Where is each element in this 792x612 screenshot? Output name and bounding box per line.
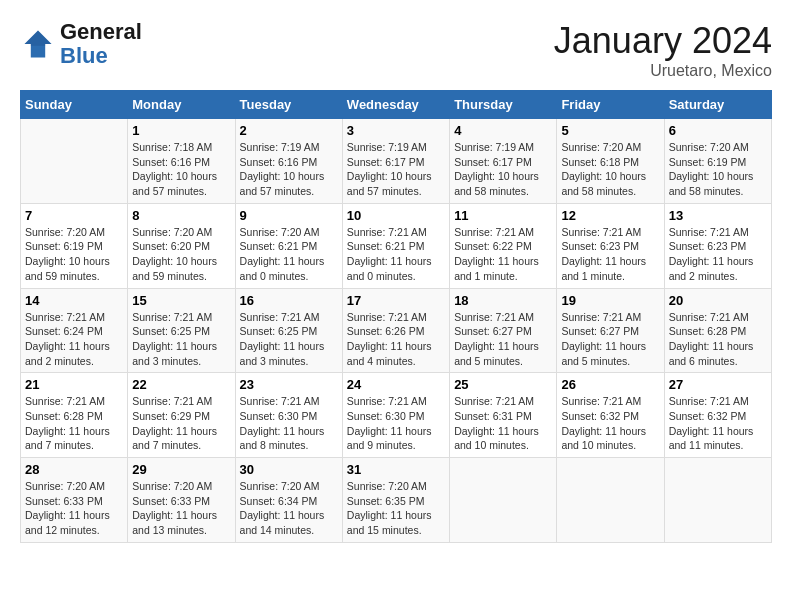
- calendar-week-3: 14Sunrise: 7:21 AMSunset: 6:24 PMDayligh…: [21, 288, 772, 373]
- day-info: Sunrise: 7:21 AMSunset: 6:25 PMDaylight:…: [240, 310, 338, 369]
- day-info: Sunrise: 7:21 AMSunset: 6:25 PMDaylight:…: [132, 310, 230, 369]
- day-number: 1: [132, 123, 230, 138]
- day-number: 13: [669, 208, 767, 223]
- day-number: 6: [669, 123, 767, 138]
- calendar-cell: 21Sunrise: 7:21 AMSunset: 6:28 PMDayligh…: [21, 373, 128, 458]
- calendar-cell: 15Sunrise: 7:21 AMSunset: 6:25 PMDayligh…: [128, 288, 235, 373]
- day-number: 11: [454, 208, 552, 223]
- day-info: Sunrise: 7:21 AMSunset: 6:21 PMDaylight:…: [347, 225, 445, 284]
- calendar-cell: 28Sunrise: 7:20 AMSunset: 6:33 PMDayligh…: [21, 458, 128, 543]
- day-info: Sunrise: 7:19 AMSunset: 6:16 PMDaylight:…: [240, 140, 338, 199]
- day-number: 2: [240, 123, 338, 138]
- day-info: Sunrise: 7:20 AMSunset: 6:35 PMDaylight:…: [347, 479, 445, 538]
- day-info: Sunrise: 7:20 AMSunset: 6:33 PMDaylight:…: [25, 479, 123, 538]
- calendar-cell: 16Sunrise: 7:21 AMSunset: 6:25 PMDayligh…: [235, 288, 342, 373]
- calendar-cell: 9Sunrise: 7:20 AMSunset: 6:21 PMDaylight…: [235, 203, 342, 288]
- day-info: Sunrise: 7:20 AMSunset: 6:20 PMDaylight:…: [132, 225, 230, 284]
- day-info: Sunrise: 7:21 AMSunset: 6:28 PMDaylight:…: [25, 394, 123, 453]
- day-info: Sunrise: 7:20 AMSunset: 6:19 PMDaylight:…: [25, 225, 123, 284]
- calendar-cell: [664, 458, 771, 543]
- calendar-week-5: 28Sunrise: 7:20 AMSunset: 6:33 PMDayligh…: [21, 458, 772, 543]
- day-number: 10: [347, 208, 445, 223]
- calendar-cell: [557, 458, 664, 543]
- day-number: 30: [240, 462, 338, 477]
- calendar-cell: 27Sunrise: 7:21 AMSunset: 6:32 PMDayligh…: [664, 373, 771, 458]
- day-info: Sunrise: 7:21 AMSunset: 6:24 PMDaylight:…: [25, 310, 123, 369]
- page-header: General Blue January 2024 Uruetaro, Mexi…: [20, 20, 772, 80]
- calendar-cell: 31Sunrise: 7:20 AMSunset: 6:35 PMDayligh…: [342, 458, 449, 543]
- day-number: 18: [454, 293, 552, 308]
- calendar-cell: 2Sunrise: 7:19 AMSunset: 6:16 PMDaylight…: [235, 119, 342, 204]
- calendar-cell: 8Sunrise: 7:20 AMSunset: 6:20 PMDaylight…: [128, 203, 235, 288]
- day-info: Sunrise: 7:21 AMSunset: 6:26 PMDaylight:…: [347, 310, 445, 369]
- day-header-saturday: Saturday: [664, 91, 771, 119]
- calendar-cell: 10Sunrise: 7:21 AMSunset: 6:21 PMDayligh…: [342, 203, 449, 288]
- day-info: Sunrise: 7:21 AMSunset: 6:28 PMDaylight:…: [669, 310, 767, 369]
- day-header-sunday: Sunday: [21, 91, 128, 119]
- calendar-cell: 11Sunrise: 7:21 AMSunset: 6:22 PMDayligh…: [450, 203, 557, 288]
- day-info: Sunrise: 7:21 AMSunset: 6:27 PMDaylight:…: [561, 310, 659, 369]
- day-number: 21: [25, 377, 123, 392]
- calendar-week-2: 7Sunrise: 7:20 AMSunset: 6:19 PMDaylight…: [21, 203, 772, 288]
- day-info: Sunrise: 7:21 AMSunset: 6:32 PMDaylight:…: [561, 394, 659, 453]
- calendar-cell: 18Sunrise: 7:21 AMSunset: 6:27 PMDayligh…: [450, 288, 557, 373]
- day-header-tuesday: Tuesday: [235, 91, 342, 119]
- day-header-wednesday: Wednesday: [342, 91, 449, 119]
- calendar-cell: 25Sunrise: 7:21 AMSunset: 6:31 PMDayligh…: [450, 373, 557, 458]
- calendar-cell: 23Sunrise: 7:21 AMSunset: 6:30 PMDayligh…: [235, 373, 342, 458]
- month-title: January 2024: [554, 20, 772, 62]
- day-info: Sunrise: 7:20 AMSunset: 6:19 PMDaylight:…: [669, 140, 767, 199]
- calendar-cell: 1Sunrise: 7:18 AMSunset: 6:16 PMDaylight…: [128, 119, 235, 204]
- day-number: 4: [454, 123, 552, 138]
- day-number: 23: [240, 377, 338, 392]
- day-info: Sunrise: 7:21 AMSunset: 6:30 PMDaylight:…: [347, 394, 445, 453]
- calendar-body: 1Sunrise: 7:18 AMSunset: 6:16 PMDaylight…: [21, 119, 772, 543]
- calendar-week-4: 21Sunrise: 7:21 AMSunset: 6:28 PMDayligh…: [21, 373, 772, 458]
- day-header-friday: Friday: [557, 91, 664, 119]
- day-info: Sunrise: 7:20 AMSunset: 6:21 PMDaylight:…: [240, 225, 338, 284]
- day-number: 8: [132, 208, 230, 223]
- svg-marker-1: [25, 31, 52, 46]
- calendar-cell: 20Sunrise: 7:21 AMSunset: 6:28 PMDayligh…: [664, 288, 771, 373]
- day-number: 16: [240, 293, 338, 308]
- day-number: 27: [669, 377, 767, 392]
- day-info: Sunrise: 7:21 AMSunset: 6:32 PMDaylight:…: [669, 394, 767, 453]
- day-info: Sunrise: 7:21 AMSunset: 6:22 PMDaylight:…: [454, 225, 552, 284]
- day-info: Sunrise: 7:20 AMSunset: 6:34 PMDaylight:…: [240, 479, 338, 538]
- day-info: Sunrise: 7:19 AMSunset: 6:17 PMDaylight:…: [454, 140, 552, 199]
- day-number: 25: [454, 377, 552, 392]
- logo: General Blue: [20, 20, 142, 68]
- calendar-table: SundayMondayTuesdayWednesdayThursdayFrid…: [20, 90, 772, 543]
- day-header-monday: Monday: [128, 91, 235, 119]
- day-number: 9: [240, 208, 338, 223]
- calendar-cell: 19Sunrise: 7:21 AMSunset: 6:27 PMDayligh…: [557, 288, 664, 373]
- calendar-cell: [450, 458, 557, 543]
- day-number: 17: [347, 293, 445, 308]
- day-number: 31: [347, 462, 445, 477]
- calendar-cell: 3Sunrise: 7:19 AMSunset: 6:17 PMDaylight…: [342, 119, 449, 204]
- day-info: Sunrise: 7:21 AMSunset: 6:31 PMDaylight:…: [454, 394, 552, 453]
- calendar-cell: 5Sunrise: 7:20 AMSunset: 6:18 PMDaylight…: [557, 119, 664, 204]
- calendar-cell: 30Sunrise: 7:20 AMSunset: 6:34 PMDayligh…: [235, 458, 342, 543]
- calendar-header-row: SundayMondayTuesdayWednesdayThursdayFrid…: [21, 91, 772, 119]
- day-number: 7: [25, 208, 123, 223]
- day-info: Sunrise: 7:21 AMSunset: 6:27 PMDaylight:…: [454, 310, 552, 369]
- calendar-week-1: 1Sunrise: 7:18 AMSunset: 6:16 PMDaylight…: [21, 119, 772, 204]
- day-number: 24: [347, 377, 445, 392]
- day-number: 22: [132, 377, 230, 392]
- day-info: Sunrise: 7:21 AMSunset: 6:23 PMDaylight:…: [561, 225, 659, 284]
- calendar-cell: 24Sunrise: 7:21 AMSunset: 6:30 PMDayligh…: [342, 373, 449, 458]
- day-info: Sunrise: 7:20 AMSunset: 6:33 PMDaylight:…: [132, 479, 230, 538]
- calendar-cell: 17Sunrise: 7:21 AMSunset: 6:26 PMDayligh…: [342, 288, 449, 373]
- logo-text: General Blue: [60, 20, 142, 68]
- calendar-cell: [21, 119, 128, 204]
- day-number: 15: [132, 293, 230, 308]
- day-header-thursday: Thursday: [450, 91, 557, 119]
- logo-icon: [20, 26, 56, 62]
- day-number: 26: [561, 377, 659, 392]
- day-number: 19: [561, 293, 659, 308]
- calendar-cell: 7Sunrise: 7:20 AMSunset: 6:19 PMDaylight…: [21, 203, 128, 288]
- day-number: 5: [561, 123, 659, 138]
- calendar-cell: 4Sunrise: 7:19 AMSunset: 6:17 PMDaylight…: [450, 119, 557, 204]
- day-info: Sunrise: 7:20 AMSunset: 6:18 PMDaylight:…: [561, 140, 659, 199]
